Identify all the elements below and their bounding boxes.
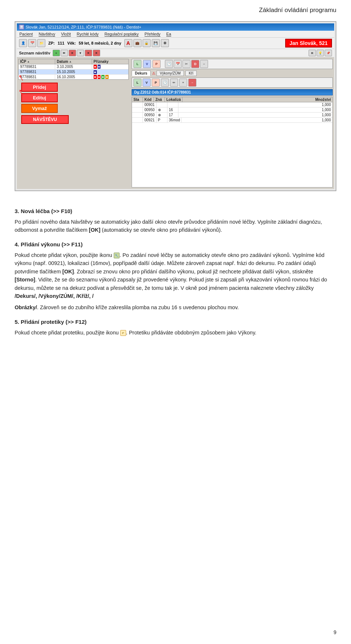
pc-mnoz-1: 1,000 xyxy=(178,102,332,107)
main-area: IČP ▲ Datum ▲ Příznaky 97789831 3.10.200… xyxy=(17,57,334,189)
table-row[interactable]: 00921 P 36mod 1,000 xyxy=(132,118,332,123)
icon-d[interactable]: D xyxy=(191,60,199,68)
menu-bar: Pacient Návštěvy Vložit Rychlé kódy Regu… xyxy=(17,31,334,38)
dg-bar: Dg:Z2012 Odb:014 IČP:97789831 xyxy=(132,89,333,95)
toolbar-font-icon[interactable]: A xyxy=(124,39,132,47)
toolbar-suitcase-icon[interactable]: 💼 xyxy=(133,39,141,47)
toolbar-lock-icon[interactable]: 🔒 xyxy=(143,39,151,47)
icon-prot: P xyxy=(120,330,126,336)
ph-zna: Zná xyxy=(154,97,165,102)
right-toolbar-icons: 🕐 📅 ✂ D − xyxy=(165,60,208,68)
titlebar-icon: 🦷 xyxy=(19,24,24,30)
icon-edit-visit[interactable]: ✏ xyxy=(61,50,68,56)
storno-bold: [Storno] xyxy=(15,277,35,283)
window-titlebar: 🦷 Slovák Jan, 521212/124, ZP:111, IČP:97… xyxy=(17,23,334,31)
icon-pin[interactable]: 📌 xyxy=(325,50,332,56)
icon-p[interactable]: P xyxy=(152,60,161,68)
cell-icp-2: 97789831 xyxy=(19,69,55,74)
bold-dekurs: /Dekurs/, /Výkony/ZÚM/, /Kříž/, / xyxy=(15,293,94,299)
toolbar-icons-left: 👤 📅 📁 xyxy=(19,39,45,47)
ph-lok: Lokalizá xyxy=(165,97,182,102)
toolbar-user-icon[interactable]: 👤 xyxy=(19,39,27,47)
menu-pacient[interactable]: Pacient xyxy=(18,31,34,37)
icon-scissors[interactable]: ✂ xyxy=(182,60,190,68)
page-number: 9 xyxy=(333,629,336,635)
table-row[interactable]: 00901 1,000 xyxy=(132,102,332,107)
cell-priznaky-2: ■ xyxy=(92,69,128,74)
btn-pridej[interactable]: Přidej xyxy=(21,83,58,92)
icon-pencil[interactable]: ✏ xyxy=(170,79,178,87)
tag-blue-2: ■ xyxy=(94,70,97,74)
screenshot-container: 🦷 Slovák Jan, 521212/124, ZP:111, IČP:97… xyxy=(15,21,336,191)
btn-navstevu[interactable]: NÁVŠTĚVU xyxy=(21,115,69,124)
icon-add-visit[interactable]: + xyxy=(53,50,60,56)
menu-vlozit[interactable]: Vložit xyxy=(60,31,72,37)
ph-kod: Kód xyxy=(143,97,154,102)
pc-kod-2: 00950 xyxy=(143,107,156,112)
right-icons-row2: L V P 🕐 ✏ + − xyxy=(132,77,333,88)
titlebar-text: Slovák Jan, 521212/124, ZP:111, IČP:9778… xyxy=(26,25,141,29)
visits-table: IČP ▲ Datum ▲ Příznaky 97789831 3.10.200… xyxy=(18,59,129,80)
toolbar-folder-icon[interactable]: 📁 xyxy=(37,39,45,47)
icon-calendar2[interactable]: 📅 xyxy=(174,60,182,68)
icon-add[interactable]: + xyxy=(179,79,187,87)
toolbar-calendar-icon[interactable]: 📅 xyxy=(28,39,36,47)
cell-datum-3: 16.10.2005 xyxy=(55,75,92,79)
icon-v2[interactable]: V xyxy=(143,79,151,87)
btn-vymaz[interactable]: Vymaž xyxy=(21,104,58,113)
content-area: 3. Nová léčba (>> F10) Po přidání nového… xyxy=(0,200,351,347)
action-buttons-area: ↑ ↑ Přidej Edituj Vymaž NÁVŠTĚVU xyxy=(18,83,129,124)
proc-header: Sta Kód Zná Lokalizá Množství xyxy=(132,97,332,102)
pc-zna-1 xyxy=(156,102,167,107)
menu-ea[interactable]: Ea xyxy=(165,31,172,37)
icon-p2[interactable]: P xyxy=(152,79,160,87)
tag-green-3: ■ xyxy=(101,75,105,79)
tab-vykony[interactable]: Výkony/ZÚM xyxy=(156,71,184,76)
ph-sta: Sta xyxy=(132,97,143,102)
icon-minus[interactable]: − xyxy=(200,60,208,68)
tab-buttons: Dekurs ⚠ Výkony/ZÚM Kří xyxy=(132,71,333,76)
table-row[interactable]: 00950 ⊕ 17 1,000 xyxy=(132,113,332,118)
tag-orange-3: ■ xyxy=(105,75,109,79)
icon-x1[interactable]: ✕ xyxy=(85,50,92,56)
ph-mnoz: Množství xyxy=(182,97,332,102)
table-row[interactable]: 97789831 16.10.2005 ■ ■ ■ ■ xyxy=(19,75,128,79)
table-row[interactable]: 00950 ⊕ 16 1,000 xyxy=(132,107,332,113)
toolbar-save-icon[interactable]: 💾 xyxy=(152,39,160,47)
left-panel: IČP ▲ Datum ▲ Příznaky 97789831 3.10.200… xyxy=(17,57,130,189)
icon-bulb[interactable]: 💡 xyxy=(317,50,324,56)
toolbar-extra-icon[interactable]: ⚙ xyxy=(161,39,169,47)
icon-v[interactable]: V xyxy=(143,60,151,68)
pc-kod-3: 00950 xyxy=(143,113,156,117)
sort-icp: ▲ xyxy=(27,60,30,63)
table-row[interactable]: 97789831 15.10.2005 ■ xyxy=(19,69,128,75)
icon-r[interactable]: R xyxy=(309,50,316,56)
pc-zna-3: ⊕ xyxy=(156,113,167,117)
table-row[interactable]: 97789831 3.10.2005 ■ ■ xyxy=(19,64,128,69)
icon-x2[interactable]: ✕ xyxy=(93,50,100,56)
visits-table-header: IČP ▲ Datum ▲ Příznaky xyxy=(19,59,128,64)
icon-filter[interactable]: ▼ xyxy=(77,50,84,56)
menu-rychle-kody[interactable]: Rychlé kódy xyxy=(76,31,100,37)
tab-dekurs[interactable]: Dekurs xyxy=(132,71,151,76)
icon-l[interactable]: L xyxy=(133,60,141,68)
section4-heading: 4. Přidání výkonu (>> F11) xyxy=(15,240,336,249)
pc-mnoz-3: 1,000 xyxy=(178,113,332,117)
tab-vykony-area: ⚠ Výkony/ZÚM xyxy=(152,71,184,76)
icon-clock2[interactable]: 🕐 xyxy=(161,79,169,87)
pc-mnoz-2: 1,000 xyxy=(178,107,332,112)
menu-reg-poplatky[interactable]: Regulační poplatky xyxy=(103,31,140,37)
procedures-table: Sta Kód Zná Lokalizá Množství 00901 1,00… xyxy=(132,97,333,187)
section3-p1: Po přidání nového data Návštěvy se autom… xyxy=(15,218,336,234)
icon-minus2[interactable]: − xyxy=(188,79,196,87)
btn-edituj[interactable]: Edituj xyxy=(21,93,58,102)
menu-navstevy[interactable]: Návštěvy xyxy=(38,31,56,37)
icon-delete-visit[interactable]: ✕ xyxy=(69,50,76,56)
tab-kriz[interactable]: Kří xyxy=(185,71,197,76)
icon-clock[interactable]: 🕐 xyxy=(165,60,173,68)
icon-l2[interactable]: L xyxy=(133,79,141,87)
menu-prehledy[interactable]: Přehledy xyxy=(143,31,161,37)
seznam-icons: + ✏ ✕ ▼ ✕ ✕ xyxy=(53,50,100,56)
section3-heading: 3. Nová léčba (>> F10) xyxy=(15,207,336,216)
pc-mnoz-4: 1,000 xyxy=(182,118,332,122)
